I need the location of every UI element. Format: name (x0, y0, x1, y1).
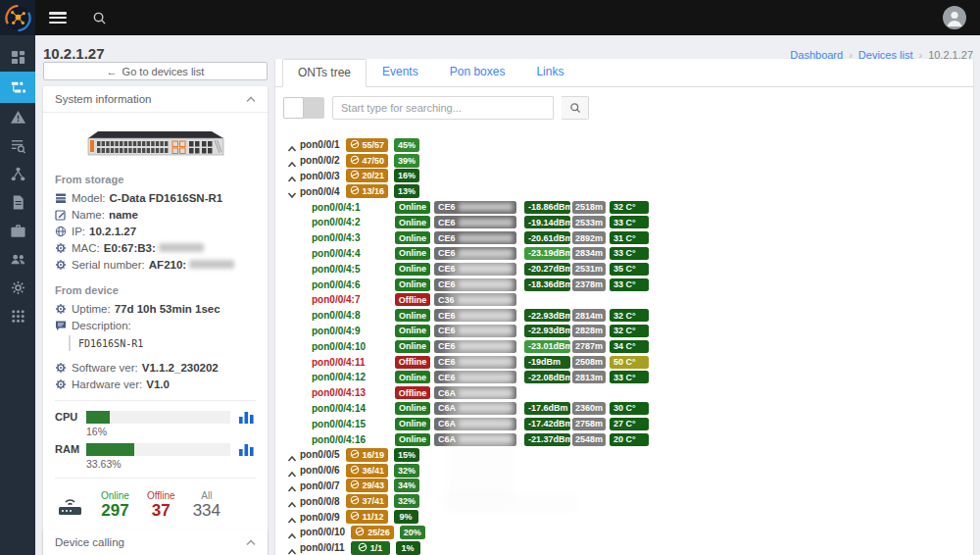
ont-label[interactable]: pon0/0/4:16 (312, 434, 395, 445)
chevron-down-icon[interactable] (287, 186, 297, 196)
sidebar-item-logs[interactable] (0, 131, 35, 160)
ont-status-badge: Online (395, 325, 430, 337)
field-value: V1.0 (146, 378, 170, 390)
pon-row[interactable]: pon0/0/837/4132% (287, 493, 973, 509)
sidebar-item-dashboard[interactable] (0, 43, 35, 72)
ram-bar (86, 443, 230, 456)
ont-label[interactable]: pon0/0/4:3 (312, 232, 395, 243)
chevron-up-icon[interactable] (287, 480, 297, 490)
ont-label[interactable]: pon0/0/4:10 (312, 341, 395, 352)
chevron-up-icon[interactable] (287, 543, 297, 553)
field-value: AF210: (149, 259, 186, 271)
distance-badge: 2834m (572, 247, 606, 260)
pon-row[interactable]: pon0/0/111/11% (287, 540, 973, 555)
ratio-icon (350, 170, 360, 181)
pon-label[interactable]: pon0/0/9 (300, 512, 340, 523)
chevron-up-icon[interactable] (287, 512, 297, 522)
pon-label[interactable]: pon0/0/10 (300, 527, 345, 537)
cpu-chart-icon[interactable] (238, 409, 256, 425)
ont-label[interactable]: pon0/0/4:15 (312, 419, 395, 429)
app-logo[interactable] (0, 0, 35, 35)
chevron-up-icon[interactable] (287, 466, 297, 476)
ont-label[interactable]: pon0/0/4:7 (312, 294, 395, 305)
distance-badge: 2531m (572, 263, 606, 276)
tab-links[interactable]: Links (520, 58, 579, 86)
ont-label[interactable]: pon0/0/4:13 (312, 387, 395, 398)
collapse-chevron-icon[interactable] (246, 96, 256, 103)
pon-row[interactable]: pon0/0/516/1915% (287, 447, 973, 463)
pon-label[interactable]: pon0/0/2 (300, 155, 340, 166)
go-to-devices-list-button[interactable]: ← Go to devices list (43, 62, 268, 80)
utilization-badge: 15% (394, 448, 419, 462)
search-icon[interactable] (92, 11, 107, 25)
pon-label[interactable]: pon0/0/7 (300, 480, 340, 491)
pon-label[interactable]: pon0/0/11 (300, 542, 345, 553)
ont-label[interactable]: pon0/0/4:9 (312, 326, 395, 336)
ont-label[interactable]: pon0/0/4:12 (312, 372, 395, 382)
field-label: Software ver: (72, 362, 138, 374)
user-avatar[interactable] (943, 6, 966, 29)
pon-row[interactable]: pon0/0/636/4132% (287, 463, 973, 479)
ram-chart-icon[interactable] (238, 441, 256, 457)
sidebar-item-office[interactable] (0, 217, 35, 245)
chevron-up-icon[interactable] (287, 171, 297, 180)
pon-label[interactable]: pon0/0/3 (300, 171, 340, 181)
pon-row[interactable]: pon0/0/247/5039% (287, 153, 973, 169)
pon-label[interactable]: pon0/0/8 (300, 496, 340, 507)
hamburger-icon[interactable] (49, 12, 67, 24)
pon-row[interactable]: pon0/0/320/2116% (287, 169, 973, 184)
ont-ratio-badge: 36/41 (346, 464, 389, 478)
pon-row[interactable]: pon0/0/413/1613% (287, 183, 973, 199)
ont-label[interactable]: pon0/0/4:6 (312, 279, 395, 290)
person-icon (943, 6, 966, 29)
ont-search-input[interactable] (332, 96, 554, 120)
sidebar-item-settings[interactable] (0, 274, 35, 302)
ont-ratio-badge: 13/16 (346, 184, 389, 198)
ont-label[interactable]: pon0/0/4:5 (312, 264, 395, 275)
pon-label[interactable]: pon0/0/1 (300, 139, 340, 150)
ont-label[interactable]: pon0/0/4:8 (312, 310, 395, 321)
serial-prefix: C6A (438, 403, 456, 413)
ont-label[interactable]: pon0/0/4:4 (312, 248, 395, 259)
ont-status-badge: Offline (395, 386, 430, 399)
serial-prefix: CE6 (438, 279, 456, 289)
search-toggle[interactable] (283, 97, 324, 119)
pon-row[interactable]: pon0/0/1025/2620% (287, 525, 973, 540)
pon-row[interactable]: pon0/0/911/129% (287, 509, 973, 525)
ont-label[interactable]: pon0/0/4:14 (312, 403, 395, 414)
pon-row[interactable]: pon0/0/729/4334% (287, 479, 973, 494)
chevron-up-icon[interactable] (287, 450, 297, 460)
pon-label[interactable]: pon0/0/5 (300, 449, 340, 460)
chevron-up-icon[interactable] (287, 496, 297, 506)
ont-label[interactable]: pon0/0/4:2 (312, 217, 395, 227)
chevron-up-icon[interactable] (287, 140, 297, 150)
sidebar-item-alerts[interactable] (0, 103, 35, 131)
chevron-up-icon[interactable] (287, 528, 297, 537)
rx-power-badge: -18.86dBm (524, 201, 570, 214)
chevron-up-icon[interactable] (287, 156, 297, 166)
ont-label[interactable]: pon0/0/4:11 (312, 357, 395, 368)
tab-events[interactable]: Events (367, 58, 434, 86)
info-field: MAC:E0:67:B3: (55, 239, 256, 256)
temperature-badge: 32 C° (610, 325, 649, 337)
sidebar-item-apps[interactable] (0, 302, 35, 330)
field-label: MAC: (72, 242, 100, 254)
search-button[interactable] (562, 96, 589, 120)
sidebar-item-topology[interactable] (0, 160, 35, 188)
temperature-badge: 32 C° (610, 201, 649, 214)
pon-label[interactable]: pon0/0/6 (300, 465, 340, 476)
sidebar-item-devices-tree[interactable] (0, 72, 35, 103)
ratio-icon (350, 449, 360, 461)
all-count: All 334 (193, 490, 220, 521)
temperature-badge: 34 C° (610, 340, 649, 353)
sidebar-item-documents[interactable] (0, 188, 35, 217)
ont-serial-badge: CE6 (434, 247, 516, 260)
tab-pon-boxes[interactable]: Pon boxes (434, 58, 521, 86)
rx-power-badge: -19dBm (524, 356, 570, 369)
pon-row[interactable]: pon0/0/155/5745% (287, 137, 973, 153)
tab-onts-tree[interactable]: ONTs tree (282, 59, 367, 87)
pon-label[interactable]: pon0/0/4 (300, 186, 340, 197)
sidebar-item-users[interactable] (0, 245, 35, 274)
collapse-chevron-icon[interactable] (246, 539, 256, 546)
ont-label[interactable]: pon0/0/4:1 (312, 202, 395, 213)
